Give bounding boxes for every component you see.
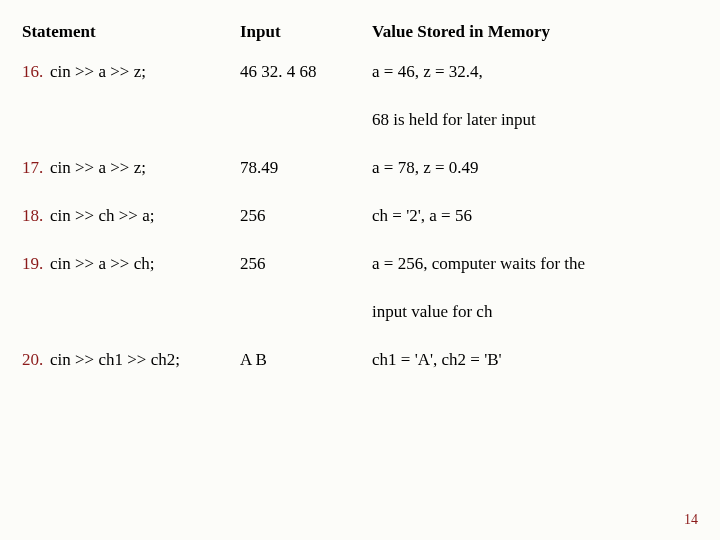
row-value: ch = '2', a = 56 — [372, 206, 698, 226]
row-value-continued: 68 is held for later input — [372, 110, 698, 130]
row-value: a = 46, z = 32.4, — [372, 62, 698, 82]
header-input: Input — [240, 22, 372, 42]
page-number: 14 — [684, 512, 698, 528]
row-input: 46 32. 4 68 — [240, 62, 372, 82]
table-row: 18. cin >> ch >> a; 256 ch = '2', a = 56 — [22, 206, 698, 226]
row-value: a = 78, z = 0.49 — [372, 158, 698, 178]
table-row-continued: 68 is held for later input — [22, 110, 698, 130]
table-row: 17. cin >> a >> z; 78.49 a = 78, z = 0.4… — [22, 158, 698, 178]
row-statement: cin >> a >> z; — [50, 62, 240, 82]
row-input: 78.49 — [240, 158, 372, 178]
header-statement: Statement — [22, 22, 240, 42]
row-statement: cin >> a >> ch; — [50, 254, 240, 274]
table-row-continued: input value for ch — [22, 302, 698, 322]
row-number: 17. — [22, 158, 50, 178]
table-header-row: Statement Input Value Stored in Memory — [22, 22, 698, 42]
row-statement: cin >> a >> z; — [50, 158, 240, 178]
row-input: 256 — [240, 254, 372, 274]
row-value: ch1 = 'A', ch2 = 'B' — [372, 350, 698, 370]
spacer — [22, 302, 372, 322]
row-number: 19. — [22, 254, 50, 274]
row-value: a = 256, computer waits for the — [372, 254, 698, 274]
spacer — [22, 110, 372, 130]
row-number: 18. — [22, 206, 50, 226]
table-row: 20. cin >> ch1 >> ch2; A B ch1 = 'A', ch… — [22, 350, 698, 370]
slide-page: Statement Input Value Stored in Memory 1… — [0, 0, 720, 540]
row-number: 20. — [22, 350, 50, 370]
row-statement: cin >> ch1 >> ch2; — [50, 350, 240, 370]
table-row: 19. cin >> a >> ch; 256 a = 256, compute… — [22, 254, 698, 274]
row-input: 256 — [240, 206, 372, 226]
row-value-continued: input value for ch — [372, 302, 698, 322]
header-value: Value Stored in Memory — [372, 22, 698, 42]
table-row: 16. cin >> a >> z; 46 32. 4 68 a = 46, z… — [22, 62, 698, 82]
row-statement: cin >> ch >> a; — [50, 206, 240, 226]
row-input: A B — [240, 350, 372, 370]
row-number: 16. — [22, 62, 50, 82]
